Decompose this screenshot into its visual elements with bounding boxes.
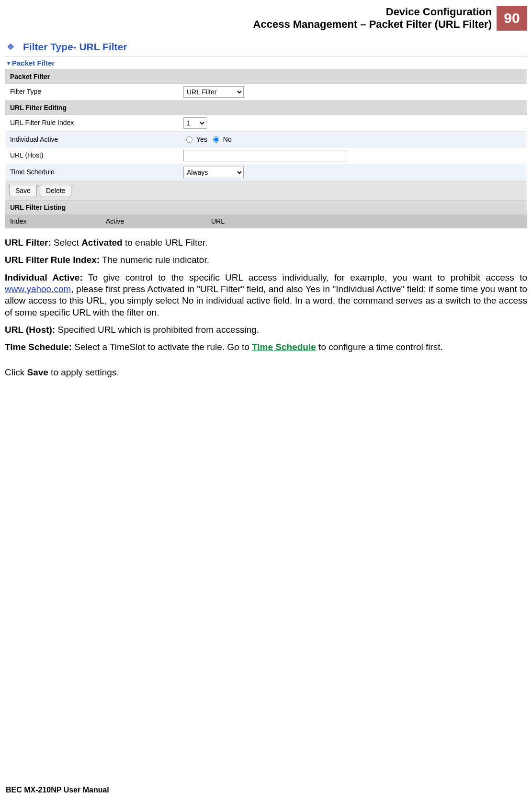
page-header: Device Configuration Access Management –…: [0, 0, 532, 34]
row-rule-index: URL Filter Rule Index 1: [5, 115, 527, 132]
url-host-input[interactable]: [183, 150, 346, 161]
save-button[interactable]: Save: [9, 185, 37, 196]
label-url-filter: URL Filter:: [5, 238, 51, 248]
header-line1: Device Configuration: [253, 6, 492, 18]
label-rule-index: URL Filter Rule Index:: [5, 255, 100, 265]
desc-time-schedule: Time Schedule: Select a TimeSlot to acti…: [5, 341, 527, 353]
filter-type-select[interactable]: URL Filter: [183, 86, 244, 98]
panel-title-text: Packet Filter: [12, 59, 55, 67]
rule-index-label: URL Filter Rule Index: [5, 115, 179, 131]
row-individual-active: Individual Active Yes No: [5, 132, 527, 147]
panel-title[interactable]: ▾ Packet Filter: [5, 57, 527, 69]
col-active-header: Active: [101, 215, 206, 228]
col-index-header: Index: [5, 215, 101, 228]
individual-active-label: Individual Active: [5, 132, 179, 147]
individual-active-yes-radio[interactable]: [186, 136, 192, 143]
individual-active-no-radio[interactable]: [213, 136, 219, 143]
time-schedule-link[interactable]: Time Schedule: [252, 342, 316, 352]
header-text: Device Configuration Access Management –…: [253, 6, 497, 31]
desc-individual-active: Individual Active: To give control to th…: [5, 272, 527, 318]
filter-type-label: Filter Type: [5, 84, 179, 100]
row-url-host: URL (Host): [5, 147, 527, 164]
label-individual-active: Individual Active:: [5, 272, 83, 283]
label-time-schedule: Time Schedule:: [5, 342, 72, 352]
page-number-badge: 90: [497, 6, 527, 31]
button-row: Save Delete: [5, 181, 527, 200]
footer-manual-title: BEC MX-210NP User Manual: [6, 786, 109, 794]
collapse-toggle-icon[interactable]: ▾: [7, 60, 10, 67]
yes-label: Yes: [196, 136, 207, 143]
description-body: URL Filter: Select Activated to enable U…: [0, 228, 532, 378]
listing-header-row: Index Active URL: [5, 215, 527, 228]
diamond-bullet-icon: ❖: [7, 42, 14, 52]
packet-filter-panel: ▾ Packet Filter Packet Filter Filter Typ…: [5, 57, 527, 228]
section-url-filter-editing: URL Filter Editing: [5, 101, 527, 115]
no-label: No: [223, 136, 232, 143]
desc-save: Click Save to apply settings.: [5, 367, 527, 378]
yahoo-link[interactable]: www.yahoo.com: [5, 284, 71, 294]
time-schedule-label: Time Schedule: [5, 164, 179, 181]
section-packet-filter: Packet Filter: [5, 69, 527, 84]
desc-url-filter: URL Filter: Select Activated to enable U…: [5, 237, 527, 249]
section-url-filter-listing: URL Filter Listing: [5, 200, 527, 215]
label-url-host: URL (Host):: [5, 325, 55, 335]
time-schedule-select[interactable]: Always: [183, 167, 244, 178]
row-time-schedule: Time Schedule Always: [5, 164, 527, 181]
delete-button[interactable]: Delete: [40, 185, 71, 196]
url-host-label: URL (Host): [5, 147, 179, 164]
section-title-row: ❖ Filter Type- URL Filter: [0, 34, 532, 55]
col-url-header: URL: [206, 215, 527, 228]
header-line2: Access Management – Packet Filter (URL F…: [253, 18, 492, 31]
desc-url-host: URL (Host): Specified URL which is prohi…: [5, 324, 527, 336]
desc-rule-index: URL Filter Rule Index: The numeric rule …: [5, 254, 527, 266]
row-filter-type: Filter Type URL Filter: [5, 84, 527, 101]
rule-index-select[interactable]: 1: [183, 117, 206, 129]
section-title: Filter Type- URL Filter: [23, 41, 127, 53]
